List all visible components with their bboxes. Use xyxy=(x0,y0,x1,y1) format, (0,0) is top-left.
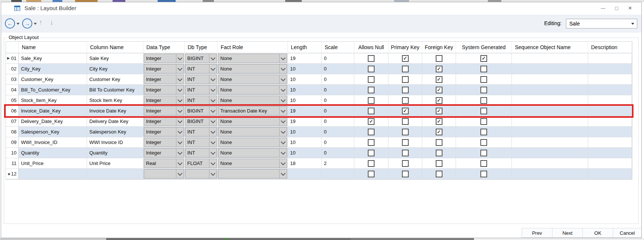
name-cell[interactable]: Salesperson_Key xyxy=(19,127,87,137)
column-name-cell[interactable]: Delivery Date Key xyxy=(87,116,143,127)
db-type-dropdown[interactable]: INT xyxy=(185,64,217,74)
chevron-down-icon[interactable] xyxy=(209,148,217,157)
sequence-object-name-cell[interactable] xyxy=(512,74,588,85)
db-type-dropdown[interactable]: BIGINT xyxy=(185,106,217,116)
primary-key-checkbox[interactable] xyxy=(402,129,409,135)
sequence-object-name-cell[interactable] xyxy=(512,116,588,127)
allows-null-checkbox[interactable] xyxy=(368,171,375,177)
column-header-scale[interactable]: Scale xyxy=(322,42,354,52)
foreign-key-checkbox[interactable]: ✓ xyxy=(436,118,442,125)
chevron-down-icon[interactable] xyxy=(279,148,287,157)
chevron-down-icon[interactable] xyxy=(176,64,184,73)
length-cell[interactable]: 10 xyxy=(288,74,322,85)
db-type-dropdown[interactable]: INT xyxy=(185,138,217,147)
description-cell[interactable] xyxy=(588,169,632,179)
primary-key-checkbox[interactable] xyxy=(402,87,409,93)
scale-cell[interactable]: 0 xyxy=(322,116,354,127)
db-type-dropdown[interactable]: INT xyxy=(185,148,217,158)
row-header[interactable]: 08 xyxy=(6,127,19,137)
description-cell[interactable] xyxy=(588,74,632,85)
data-type-dropdown[interactable]: Integer xyxy=(144,138,184,147)
back-dropdown-icon[interactable] xyxy=(17,23,20,25)
chevron-down-icon[interactable] xyxy=(176,159,184,168)
column-header-description[interactable]: Description xyxy=(588,42,632,52)
data-type-dropdown[interactable]: Integer xyxy=(144,85,184,94)
description-cell[interactable] xyxy=(588,64,632,74)
allows-null-checkbox[interactable]: ✓ xyxy=(368,118,375,125)
data-type-dropdown[interactable]: Integer xyxy=(144,96,184,105)
name-cell[interactable]: WWI_Invoice_ID xyxy=(19,137,87,148)
scale-cell[interactable]: 0 xyxy=(322,106,354,116)
chevron-down-icon[interactable] xyxy=(209,54,217,63)
name-cell[interactable]: Bill_To_Customer_Key xyxy=(19,85,87,95)
data-type-dropdown[interactable]: Integer xyxy=(144,117,184,126)
scale-cell[interactable]: 2 xyxy=(322,158,354,169)
chevron-down-icon[interactable] xyxy=(176,96,184,105)
chevron-down-icon[interactable] xyxy=(279,128,287,136)
data-type-dropdown[interactable]: Real xyxy=(144,159,184,168)
chevron-down-icon[interactable] xyxy=(279,106,287,115)
description-cell[interactable] xyxy=(588,137,632,148)
system-generated-checkbox[interactable] xyxy=(480,160,487,167)
allows-null-checkbox[interactable] xyxy=(368,87,375,93)
sequence-object-name-cell[interactable] xyxy=(512,53,588,64)
foreign-key-checkbox[interactable]: ✓ xyxy=(436,66,442,72)
primary-key-checkbox[interactable] xyxy=(402,171,409,177)
corner-header[interactable] xyxy=(6,42,19,52)
prev-button[interactable]: Prev xyxy=(522,228,552,238)
chevron-down-icon[interactable] xyxy=(209,96,217,105)
description-cell[interactable] xyxy=(588,85,632,95)
length-cell[interactable]: 10 xyxy=(288,64,322,74)
column-name-cell[interactable]: Quantity xyxy=(87,148,143,158)
length-cell[interactable]: 10 xyxy=(288,95,322,106)
row-header[interactable]: 03 xyxy=(6,74,19,85)
chevron-down-icon[interactable] xyxy=(279,75,287,84)
chevron-down-icon[interactable] xyxy=(209,159,217,168)
length-cell[interactable]: 10 xyxy=(288,137,322,148)
description-cell[interactable] xyxy=(588,116,632,127)
allows-null-checkbox[interactable] xyxy=(368,150,375,156)
description-cell[interactable] xyxy=(588,53,632,64)
primary-key-checkbox[interactable] xyxy=(402,97,409,104)
allows-null-checkbox[interactable] xyxy=(368,76,375,83)
db-type-dropdown[interactable]: INT xyxy=(185,85,217,94)
sequence-object-name-cell[interactable] xyxy=(512,169,588,179)
sequence-object-name-cell[interactable] xyxy=(512,95,588,106)
name-cell[interactable]: Sale_Key xyxy=(19,53,87,64)
scale-cell[interactable]: 0 xyxy=(322,148,354,158)
length-cell[interactable]: 19 xyxy=(288,53,322,64)
fact-role-dropdown[interactable]: None xyxy=(218,159,287,168)
chevron-down-icon[interactable] xyxy=(176,75,184,84)
allows-null-checkbox[interactable] xyxy=(368,66,375,72)
column-name-cell[interactable]: WWI Invoice ID xyxy=(87,137,143,148)
fact-role-dropdown[interactable]: None xyxy=(218,127,287,136)
data-type-dropdown[interactable]: Integer xyxy=(144,64,184,74)
system-generated-checkbox[interactable] xyxy=(480,118,487,125)
description-cell[interactable] xyxy=(588,148,632,158)
sequence-object-name-cell[interactable] xyxy=(512,137,588,148)
sequence-object-name-cell[interactable] xyxy=(512,127,588,137)
chevron-down-icon[interactable] xyxy=(176,54,184,63)
ok-button[interactable]: OK xyxy=(582,228,613,238)
db-type-dropdown[interactable] xyxy=(185,169,217,178)
system-generated-checkbox[interactable]: ✓ xyxy=(480,55,487,62)
fact-role-dropdown[interactable]: None xyxy=(218,54,287,63)
system-generated-checkbox[interactable] xyxy=(480,76,487,83)
primary-key-checkbox[interactable] xyxy=(402,150,409,156)
description-cell[interactable] xyxy=(588,106,632,116)
column-header-column-name[interactable]: Column Name xyxy=(87,42,143,52)
foreign-key-checkbox[interactable] xyxy=(436,160,442,167)
chevron-down-icon[interactable] xyxy=(176,128,184,136)
column-name-cell[interactable]: Invoice Date Key xyxy=(87,106,143,116)
chevron-down-icon[interactable] xyxy=(176,86,184,94)
chevron-down-icon[interactable] xyxy=(209,75,217,84)
data-type-dropdown[interactable] xyxy=(144,169,184,178)
db-type-dropdown[interactable]: FLOAT xyxy=(185,159,217,168)
back-button[interactable]: ← xyxy=(5,18,15,28)
chevron-down-icon[interactable] xyxy=(279,86,287,94)
chevron-down-icon[interactable] xyxy=(209,117,217,126)
chevron-down-icon[interactable] xyxy=(279,138,287,147)
foreign-key-checkbox[interactable]: ✓ xyxy=(436,129,442,135)
length-cell[interactable]: 10 xyxy=(288,127,322,137)
move-up-button[interactable]: ↑ xyxy=(39,19,43,26)
